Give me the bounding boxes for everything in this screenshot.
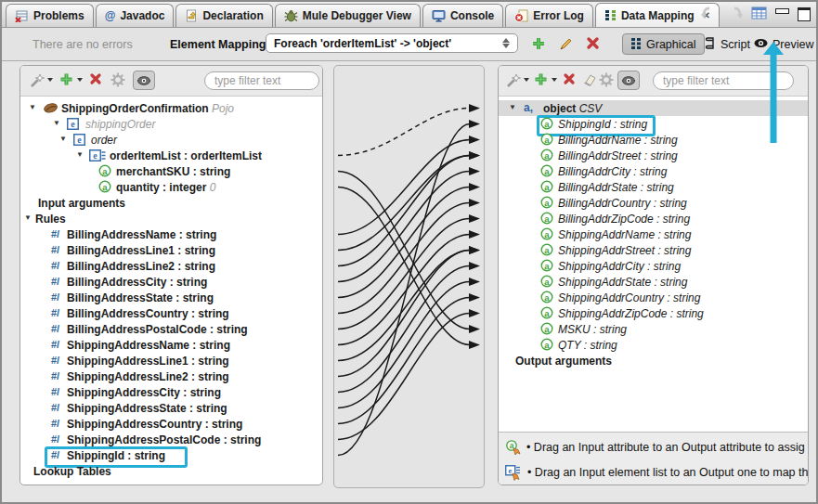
svg-text:e: e (71, 119, 75, 129)
preview-view-button[interactable]: Preview (747, 33, 818, 55)
maximize-icon[interactable] (798, 7, 811, 21)
view-menu-icon[interactable] (751, 6, 767, 23)
assign-wand-icon[interactable] (505, 72, 522, 89)
tree-row-label: Rules (35, 213, 66, 226)
tab-javadoc[interactable]: @Javadoc (96, 4, 175, 27)
input-tree-row-ShippingAddressLine1[interactable]: #/ShippingAddressLine1 : string (20, 353, 322, 368)
add-dropdown-caret-icon[interactable] (77, 78, 83, 82)
input-tree-row-ShippingAddressPostalCode[interactable]: #/ShippingAddressPostalCode : string (20, 432, 322, 447)
output-tree-row-BillingAddrZipCode[interactable]: aBillingAddrZipCode : string (499, 211, 808, 226)
output-tree-row-MSKU[interactable]: aMSKU : string (499, 321, 808, 337)
input-tree-row-ShippingAddressState[interactable]: #/ShippingAddressState : string (20, 400, 322, 416)
output-tree-row-ShippingAddrStreet[interactable]: aShippingAddrStreet : string (499, 242, 808, 258)
output-tree-row-ShippingAddrName[interactable]: aShippingAddrName : string (499, 226, 808, 242)
assign-wand-icon[interactable] (29, 72, 45, 89)
tree-row-label: ShippingAddressLine2 : string (67, 370, 229, 383)
a-icon: a (540, 322, 553, 335)
tree-row-label: Input arguments (38, 197, 125, 210)
input-tree-row-BillingAddressCountry[interactable]: #/BillingAddressCountry : string (20, 305, 322, 321)
output-tree-row-ShippingAddrCity[interactable]: aShippingAddrCity : string (499, 258, 808, 274)
expander-icon[interactable]: ▼ (59, 136, 67, 143)
input-tree-row-order[interactable]: ▼eorder (20, 132, 322, 148)
add-mapping-button[interactable] (531, 36, 548, 53)
input-tree-row-ShippingAddressLine2[interactable]: #/ShippingAddressLine2 : string (20, 368, 322, 384)
input-tree-row-BillingAddressLine2[interactable]: #/BillingAddressLine2 : string (20, 258, 322, 274)
tab-declaration[interactable]: Declaration (175, 4, 272, 27)
tab-problems[interactable]: Problems (6, 4, 94, 27)
input-tree-row-BillingAddressLine1[interactable]: #/BillingAddressLine1 : string (20, 242, 322, 258)
wand-dropdown-caret-icon[interactable] (524, 78, 529, 82)
tree-row-label: ShippingAddressState : string (67, 402, 227, 415)
output-tree-row-BillingAddrName[interactable]: aBillingAddrName : string (499, 132, 808, 148)
output-tree-row-object[interactable]: ▼a,object CSV (499, 100, 808, 116)
console-icon (432, 9, 446, 22)
data-mapping-view-window: Problems@JavadocDeclarationMule Debugger… (0, 0, 818, 504)
input-tree-row-rules[interactable]: ▼Rules (20, 211, 322, 226)
preview-toggle-button[interactable] (617, 71, 640, 90)
input-tree-row-orderItemList[interactable]: ▼eorderItemList : orderItemList (20, 148, 322, 163)
input-tree-row-input-arguments[interactable]: Input arguments (20, 195, 322, 211)
output-tree-row-output-arguments[interactable]: Output arguments (499, 353, 808, 368)
output-tree-row-BillingAddrStreet[interactable]: aBillingAddrStreet : string (499, 148, 808, 163)
output-tree-row-ShippingAddrState[interactable]: aShippingAddrState : string (499, 274, 808, 290)
input-tree-row-ShippingAddressName[interactable]: #/ShippingAddressName : string (20, 337, 322, 353)
e-icon: e (73, 133, 85, 146)
add-dropdown-caret-icon[interactable] (552, 78, 557, 82)
svg-text:a: a (102, 166, 108, 176)
input-tree-row-BillingAddressName[interactable]: #/BillingAddressName : string (20, 226, 322, 242)
input-tree-row-quantity[interactable]: aquantity : integer 0 (20, 179, 322, 195)
input-tree-row-BillingAddressCity[interactable]: #/BillingAddressCity : string (20, 274, 322, 290)
tab-error-log[interactable]: Error Log (505, 4, 593, 27)
input-tree-row-BillingAddressPostalCode[interactable]: #/BillingAddressPostalCode : string (20, 321, 322, 337)
properties-gear-icon[interactable] (110, 72, 127, 89)
input-tree-row-shippingOrder[interactable]: ▼eshippingOrder (20, 116, 322, 132)
input-filter-field[interactable] (204, 71, 319, 90)
expander-icon[interactable]: ▼ (24, 214, 32, 222)
expander-icon[interactable]: ▼ (29, 104, 36, 111)
output-tree-row-BillingAddrCity[interactable]: aBillingAddrCity : string (499, 163, 808, 179)
a-icon: a (540, 275, 553, 288)
minimize-icon[interactable] (775, 8, 789, 14)
edit-mapping-button[interactable] (558, 36, 575, 53)
delete-field-button[interactable] (89, 72, 106, 89)
element-mapping-combo[interactable]: Foreach 'orderItemList' -> 'object' (266, 33, 518, 53)
input-tree-row-BillingAddressState[interactable]: #/BillingAddressState : string (20, 290, 322, 305)
expander-icon[interactable]: ▼ (53, 120, 60, 127)
properties-gear-icon[interactable] (599, 72, 616, 89)
output-tree-row-ShippingAddrZipCode[interactable]: aShippingAddrZipCode : string (499, 305, 808, 321)
tab-label: Problems (33, 9, 84, 22)
expander-icon[interactable]: ▼ (509, 104, 516, 111)
expander-icon[interactable]: ▼ (76, 151, 84, 159)
output-tree-row-BillingAddrState[interactable]: aBillingAddrState : string (499, 179, 808, 195)
forward-arrow-icon[interactable] (726, 6, 743, 23)
drag-hint-text: • Drag an Input element list to an Outpu… (527, 466, 808, 479)
wand-dropdown-caret-icon[interactable] (47, 78, 53, 82)
output-tree-row-BillingAddrCountry[interactable]: aBillingAddrCountry : string (499, 195, 808, 211)
input-tree-row-ShippingId[interactable]: #/ShippingId : string (20, 447, 322, 463)
tree-row-label: BillingAddressPostalCode : string (67, 323, 248, 336)
input-tree-row-ShippingOrderConfirmation[interactable]: ▼ShippingOrderConfirmation Pojo (20, 100, 322, 116)
input-tree-row-lookup-tables[interactable]: Lookup Tables (20, 463, 322, 479)
input-tree-row-ShippingAddressCity[interactable]: #/ShippingAddressCity : string (20, 384, 322, 400)
output-tree-row-ShippingId[interactable]: aShippingId : string (499, 116, 808, 132)
add-field-button[interactable] (534, 72, 551, 89)
hash-icon: #/ (51, 275, 59, 288)
hash-icon: #/ (51, 338, 59, 351)
add-field-button[interactable] (59, 72, 76, 89)
hash-icon: #/ (51, 354, 59, 367)
output-filter-field[interactable] (653, 71, 794, 90)
back-arrow-icon[interactable] (701, 6, 718, 23)
tree-row-label: ShippingAddressCountry : string (67, 418, 242, 431)
preview-toggle-button[interactable] (133, 71, 155, 90)
output-tree-row-QTY[interactable]: aQTY : string (499, 337, 808, 353)
tab-console[interactable]: Console (422, 4, 503, 27)
hash-icon: #/ (51, 227, 59, 240)
input-tree-row-ShippingAddressCountry[interactable]: #/ShippingAddressCountry : string (20, 416, 322, 432)
eraser-icon[interactable] (581, 72, 598, 89)
output-tree-row-ShippingAddrCountry[interactable]: aShippingAddrCountry : string (499, 290, 808, 305)
tab-mule-debugger[interactable]: Mule Debugger View (275, 4, 421, 27)
graphical-view-button[interactable]: Graphical (622, 33, 705, 55)
delete-mapping-button[interactable] (586, 36, 603, 53)
delete-field-button[interactable] (563, 72, 579, 89)
input-tree-row-merchantSKU[interactable]: amerchantSKU : string (20, 163, 322, 179)
